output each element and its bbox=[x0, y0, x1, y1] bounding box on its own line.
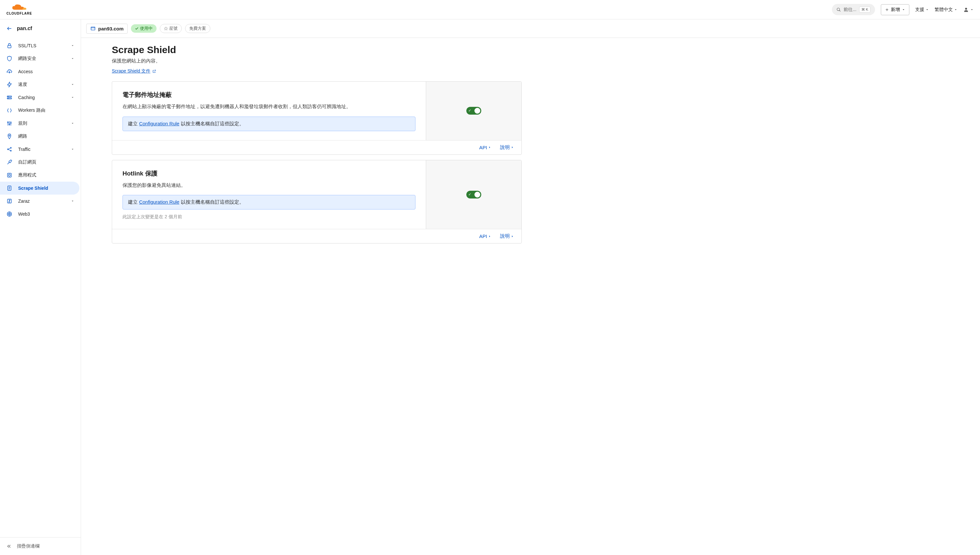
collapse-sidebar-button[interactable]: 摺疊側邊欄 bbox=[0, 537, 81, 555]
page-title: Scrape Shield bbox=[112, 44, 522, 55]
svg-line-37 bbox=[8, 213, 9, 214]
info-banner: 建立 Configuration Rule 以按主機名稱自訂這些設定。 bbox=[122, 195, 415, 210]
sidebar-item--[interactable]: 自訂網頁 bbox=[0, 156, 81, 169]
sidebar-item-label: SSL/TLS bbox=[18, 43, 36, 48]
plan-badge[interactable]: 免費方案 bbox=[185, 24, 210, 33]
site-name: pan.cf bbox=[17, 26, 32, 31]
back-button[interactable] bbox=[6, 26, 12, 31]
sidebar-item--[interactable]: 網路 bbox=[0, 130, 81, 143]
help-link[interactable]: 說明 bbox=[500, 144, 514, 151]
star-label: 星號 bbox=[169, 26, 178, 31]
check-icon bbox=[135, 27, 139, 30]
caret-down-icon bbox=[954, 8, 957, 11]
toggle-switch[interactable]: ✓ bbox=[466, 191, 481, 199]
api-link[interactable]: API bbox=[479, 144, 491, 151]
svg-rect-6 bbox=[8, 45, 11, 48]
sidebar-item-zaraz[interactable]: Zaraz bbox=[0, 195, 81, 208]
globe-icon bbox=[90, 26, 96, 31]
chevron-down-icon bbox=[71, 199, 74, 203]
sidebar-item-label: 網路安全 bbox=[18, 56, 36, 61]
svg-point-16 bbox=[8, 122, 8, 123]
sidebar-item-traffic[interactable]: Traffic bbox=[0, 143, 81, 156]
svg-point-11 bbox=[8, 96, 8, 97]
sidebar-item-ssl-tls[interactable]: SSL/TLS bbox=[0, 39, 81, 52]
chevron-down-icon bbox=[71, 57, 74, 60]
wrench-icon bbox=[6, 159, 12, 165]
domain-chip[interactable]: pan93.com bbox=[86, 24, 128, 34]
support-menu[interactable]: 支援 bbox=[915, 7, 929, 13]
svg-point-0 bbox=[837, 8, 840, 10]
pin-icon bbox=[6, 133, 12, 139]
sidebar-item-label: Caching bbox=[18, 95, 35, 100]
svg-line-25 bbox=[8, 162, 10, 164]
sidebar-item-label: Traffic bbox=[18, 147, 31, 152]
svg-point-33 bbox=[9, 213, 10, 215]
api-link[interactable]: API bbox=[479, 233, 491, 239]
chevron-down-icon bbox=[71, 83, 74, 86]
info-banner: 建立 Configuration Rule 以按主機名稱自訂這些設定。 bbox=[122, 117, 415, 131]
status-badge: 使用中 bbox=[131, 24, 156, 33]
sidebar-item-web3[interactable]: Web3 bbox=[0, 208, 81, 220]
sidebar-item--[interactable]: 規則 bbox=[0, 117, 81, 130]
svg-line-23 bbox=[8, 148, 10, 149]
zaraz-icon bbox=[6, 198, 12, 204]
sidebar-item-label: 速度 bbox=[18, 82, 27, 87]
sidebar-item--[interactable]: 網路安全 bbox=[0, 52, 81, 65]
sidebar-item-label: Scrape Shield bbox=[18, 186, 48, 191]
svg-line-39 bbox=[8, 214, 9, 215]
traffic-icon bbox=[6, 146, 12, 152]
page-subtitle: 保護您網站上的內容。 bbox=[112, 58, 522, 64]
svg-point-19 bbox=[9, 135, 10, 136]
svg-point-17 bbox=[9, 124, 10, 125]
sidebar-item-scrape-shield[interactable]: Scrape Shield bbox=[0, 182, 79, 195]
sidebar-item-access[interactable]: Access bbox=[0, 65, 81, 78]
sidebar-item-label: Workers 路由 bbox=[18, 107, 45, 113]
user-menu[interactable] bbox=[963, 7, 974, 13]
svg-rect-26 bbox=[8, 173, 11, 177]
sidebar-item-label: 自訂網頁 bbox=[18, 159, 36, 165]
card-description: 保護您的影像避免異站連結。 bbox=[122, 181, 415, 189]
sidebar-item-label: 網路 bbox=[18, 133, 27, 139]
sidebar-item-workers-[interactable]: Workers 路由 bbox=[0, 104, 81, 117]
setting-card: Hotlink 保護保護您的影像避免異站連結。建立 Configuration … bbox=[112, 160, 522, 244]
caret-right-icon bbox=[511, 234, 514, 238]
lock-icon bbox=[6, 43, 12, 48]
svg-line-44 bbox=[154, 70, 156, 72]
sidebar-item--[interactable]: 速度 bbox=[0, 78, 81, 91]
search-button[interactable]: 前往... ⌘ K bbox=[832, 4, 875, 15]
doc-link[interactable]: Scrape Shield 文件 bbox=[112, 68, 156, 74]
add-button[interactable]: 新增 bbox=[881, 4, 909, 15]
site-breadcrumb: pan.cf bbox=[0, 19, 81, 38]
chevron-down-icon bbox=[71, 148, 74, 151]
support-label: 支援 bbox=[915, 7, 924, 13]
logo[interactable]: CLOUDFLARE bbox=[6, 4, 32, 15]
caret-down-icon bbox=[902, 8, 905, 11]
cloud-arrow-icon bbox=[6, 69, 12, 74]
caret-right-icon bbox=[488, 234, 491, 238]
config-rule-link[interactable]: Configuration Rule bbox=[139, 199, 179, 205]
user-icon bbox=[963, 7, 969, 13]
svg-line-40 bbox=[10, 213, 11, 214]
sidebar-item-caching[interactable]: Caching bbox=[0, 91, 81, 104]
sidebar-item-label: Web3 bbox=[18, 212, 30, 217]
domain-bar: pan93.com 使用中 星號 免費方案 bbox=[81, 19, 980, 38]
scrape-icon bbox=[6, 185, 12, 191]
caret-down-icon bbox=[925, 8, 929, 11]
caret-right-icon bbox=[511, 145, 514, 149]
sidebar-item-label: Access bbox=[18, 69, 33, 74]
toggle-switch[interactable]: ✓ bbox=[466, 107, 481, 115]
chevron-down-icon bbox=[71, 44, 74, 47]
svg-point-20 bbox=[8, 149, 8, 150]
arrow-left-icon bbox=[6, 26, 12, 31]
star-button[interactable]: 星號 bbox=[160, 24, 182, 33]
chevron-down-icon bbox=[71, 122, 74, 125]
card-title: 電子郵件地址掩蔽 bbox=[122, 91, 415, 99]
sidebar-item--[interactable]: 應用程式 bbox=[0, 169, 81, 182]
svg-line-38 bbox=[10, 214, 11, 215]
help-link[interactable]: 說明 bbox=[500, 233, 514, 239]
language-menu[interactable]: 繁體中文 bbox=[935, 7, 957, 13]
filter-icon bbox=[6, 120, 12, 126]
sidebar-item-label: 規則 bbox=[18, 120, 27, 126]
svg-point-18 bbox=[10, 122, 11, 124]
config-rule-link[interactable]: Configuration Rule bbox=[139, 121, 179, 126]
